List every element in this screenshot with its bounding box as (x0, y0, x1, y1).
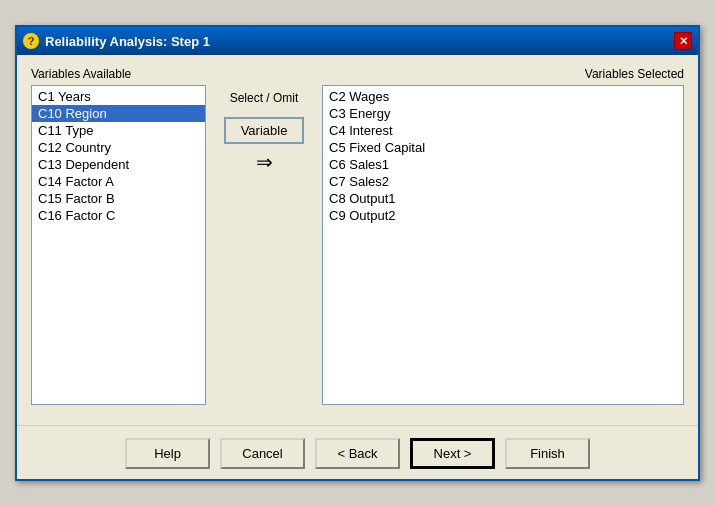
list-item[interactable]: C6 Sales1 (323, 156, 683, 173)
list-item[interactable]: C15 Factor B (32, 190, 205, 207)
list-item[interactable]: C1 Years (32, 88, 205, 105)
dialog-title: Reliability Analysis: Step 1 (45, 34, 210, 49)
list-item[interactable]: C12 Country (32, 139, 205, 156)
right-column-label: Variables Selected (322, 67, 684, 81)
footer: Help Cancel < Back Next > Finish (17, 425, 698, 479)
left-column-label: Variables Available (31, 67, 206, 81)
variables-selected-list[interactable]: C2 Wages C3 Energy C4 Interest C5 Fixed … (322, 85, 684, 405)
list-item[interactable]: C13 Dependent (32, 156, 205, 173)
cancel-button[interactable]: Cancel (220, 438, 305, 469)
list-item[interactable]: C4 Interest (323, 122, 683, 139)
right-column: Variables Selected C2 Wages C3 Energy C4… (322, 67, 684, 405)
title-bar: ? Reliability Analysis: Step 1 ✕ (17, 27, 698, 55)
list-item[interactable]: C3 Energy (323, 105, 683, 122)
dialog-body: Variables Available C1 Years C10 Region … (17, 55, 698, 417)
next-button[interactable]: Next > (410, 438, 495, 469)
help-button[interactable]: Help (125, 438, 210, 469)
columns-area: Variables Available C1 Years C10 Region … (31, 67, 684, 405)
title-bar-left: ? Reliability Analysis: Step 1 (23, 33, 210, 49)
list-item[interactable]: C5 Fixed Capital (323, 139, 683, 156)
variable-button[interactable]: Variable (224, 117, 304, 144)
select-omit-label: Select / Omit (230, 91, 299, 105)
variables-available-list[interactable]: C1 Years C10 Region C11 Type C12 Country… (31, 85, 206, 405)
finish-button[interactable]: Finish (505, 438, 590, 469)
list-item[interactable]: C14 Factor A (32, 173, 205, 190)
list-item[interactable]: C2 Wages (323, 88, 683, 105)
list-item[interactable]: C7 Sales2 (323, 173, 683, 190)
left-column: Variables Available C1 Years C10 Region … (31, 67, 206, 405)
dialog-icon: ? (23, 33, 39, 49)
middle-column: Select / Omit Variable ⇒ (214, 67, 314, 172)
list-item[interactable]: C9 Output2 (323, 207, 683, 224)
arrow-icon: ⇒ (256, 152, 273, 172)
close-button[interactable]: ✕ (674, 32, 692, 50)
list-item[interactable]: C11 Type (32, 122, 205, 139)
back-button[interactable]: < Back (315, 438, 400, 469)
reliability-analysis-dialog: ? Reliability Analysis: Step 1 ✕ Variabl… (15, 25, 700, 481)
list-item[interactable]: C10 Region (32, 105, 205, 122)
list-item[interactable]: C8 Output1 (323, 190, 683, 207)
list-item[interactable]: C16 Factor C (32, 207, 205, 224)
